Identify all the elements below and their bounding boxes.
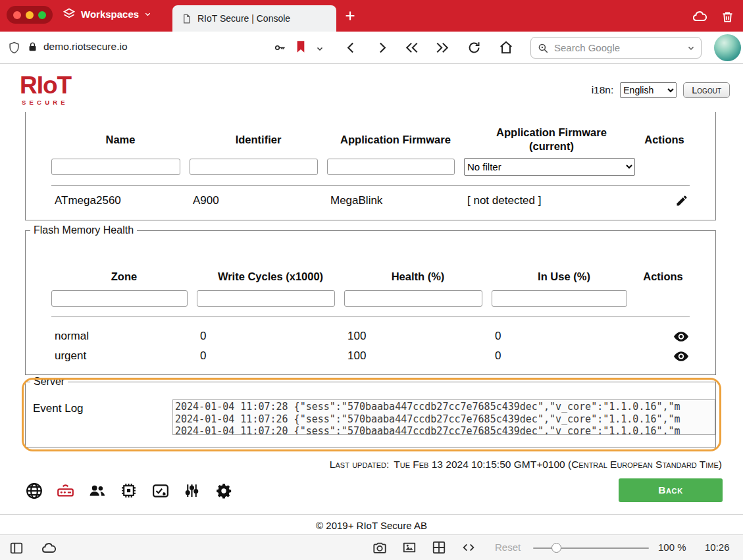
log-line: 2024-01-04 11:07:28 {"sess":"570baaba447… xyxy=(175,401,713,413)
back-button[interactable] xyxy=(344,41,358,55)
zoom-slider[interactable] xyxy=(533,547,649,549)
flash-memory-health-panel: Flash Memory Health Zone Write Cycles (x… xyxy=(25,230,716,375)
zoom-slider-thumb[interactable] xyxy=(551,543,561,553)
users-icon[interactable] xyxy=(88,482,106,499)
table-divider xyxy=(51,317,690,317)
search-icon[interactable] xyxy=(537,42,549,54)
footer-divider xyxy=(0,514,743,515)
forward-button[interactable] xyxy=(375,41,389,55)
column-header: Health (%) xyxy=(344,270,492,283)
lock-icon[interactable] xyxy=(27,41,38,53)
clock: 10:26 xyxy=(705,542,730,553)
language-select[interactable]: English xyxy=(620,82,677,98)
in-use-value: 0 xyxy=(492,349,636,363)
zoom-window-button[interactable] xyxy=(38,11,46,19)
sliders-icon[interactable] xyxy=(183,482,201,499)
eye-icon[interactable] xyxy=(674,332,688,342)
tasks-icon[interactable] xyxy=(151,482,169,499)
modem-icon[interactable] xyxy=(57,482,74,499)
in-use-filter-input[interactable] xyxy=(492,290,627,307)
health-value: 100 xyxy=(344,330,492,343)
tab-riot-secure-console[interactable]: RIoT Secure | Console xyxy=(172,5,336,32)
column-header: Write Cycles (x1000) xyxy=(197,270,344,283)
column-header: Application Firmware (current) xyxy=(484,126,619,154)
fast-forward-button[interactable] xyxy=(434,41,450,55)
in-use-value: 0 xyxy=(492,330,636,343)
write-cycles-value: 0 xyxy=(197,349,344,363)
camera-icon[interactable] xyxy=(372,540,387,555)
globe-icon[interactable] xyxy=(25,482,43,499)
table-row: urgent 0 100 0 xyxy=(51,346,690,366)
logo-title: RIoT xyxy=(20,73,71,97)
chevron-down-icon[interactable] xyxy=(316,45,324,53)
new-tab-button[interactable] xyxy=(343,9,357,23)
module-name: ATmega2560 xyxy=(51,194,190,207)
column-header: Actions xyxy=(636,270,690,283)
status-bar: Reset 100 % 10:26 xyxy=(0,534,743,560)
reset-zoom-button[interactable]: Reset xyxy=(495,542,521,553)
firmware-current-filter-select[interactable]: No filter xyxy=(464,158,635,176)
footer-copyright: © 2019+ RIoT Secure AB xyxy=(0,520,743,531)
address-bar: demo.riotsecure.io xyxy=(0,32,743,64)
shield-icon[interactable] xyxy=(8,41,20,54)
reload-button[interactable] xyxy=(467,41,481,55)
url-field[interactable]: demo.riotsecure.io xyxy=(43,41,128,53)
logo-subtitle: SECURE xyxy=(20,99,71,106)
chevron-down-icon xyxy=(144,11,151,18)
back-button[interactable]: Back xyxy=(619,478,723,502)
tile-icon[interactable] xyxy=(432,540,446,555)
eye-icon[interactable] xyxy=(674,351,688,361)
trash-button[interactable] xyxy=(721,10,734,24)
workspaces-icon xyxy=(63,7,76,20)
profile-avatar[interactable] xyxy=(714,34,741,61)
firmware-filter-input[interactable] xyxy=(327,159,455,175)
event-log-label: Event Log xyxy=(33,402,84,415)
health-filter-input[interactable] xyxy=(344,290,482,307)
module-identifier: A900 xyxy=(190,194,327,207)
page-content: RIoT SECURE i18n: English Logout Name Id… xyxy=(0,64,743,534)
zone-name: normal xyxy=(51,330,197,343)
search-input[interactable] xyxy=(554,42,682,53)
sync-cloud-button[interactable] xyxy=(692,9,707,24)
home-button[interactable] xyxy=(499,40,513,55)
bookmark-icon[interactable] xyxy=(295,40,306,53)
log-line: 2024-01-04 11:07:20 {"sess":"570baaba447… xyxy=(175,425,713,435)
rewind-button[interactable] xyxy=(404,41,420,55)
page-favicon-icon xyxy=(182,14,192,24)
panel-toggle-icon[interactable] xyxy=(9,541,24,555)
workspaces-label: Workspaces xyxy=(81,9,139,20)
code-icon[interactable] xyxy=(461,540,476,555)
module-firmware: MegaBlink xyxy=(327,194,464,207)
identifier-filter-input[interactable] xyxy=(190,159,318,175)
table-row: normal 0 100 0 xyxy=(51,326,690,346)
chip-icon[interactable] xyxy=(120,482,138,499)
i18n-label: i18n: xyxy=(592,84,614,96)
panel-legend: Server xyxy=(30,376,68,388)
workspaces-button[interactable]: Workspaces xyxy=(63,7,151,20)
logout-button[interactable]: Logout xyxy=(683,82,730,98)
zoom-level: 100 % xyxy=(658,542,686,553)
column-header: Zone xyxy=(51,270,197,283)
close-window-button[interactable] xyxy=(13,11,21,19)
write-cycles-filter-input[interactable] xyxy=(197,290,335,307)
image-icon[interactable] xyxy=(402,540,417,555)
minimize-window-button[interactable] xyxy=(26,11,34,19)
chevron-down-icon[interactable] xyxy=(687,44,695,52)
key-icon[interactable] xyxy=(274,41,286,54)
name-filter-input[interactable] xyxy=(51,159,180,175)
cloud-icon[interactable] xyxy=(41,540,57,556)
column-header: Identifier xyxy=(190,134,327,146)
modules-panel: Name Identifier Application Firmware App… xyxy=(25,112,716,220)
write-cycles-value: 0 xyxy=(197,330,344,343)
health-value: 100 xyxy=(344,349,492,363)
last-updated: Last updated:Tue Feb 13 2024 10:15:50 GM… xyxy=(330,459,722,471)
edit-pencil-icon[interactable] xyxy=(675,194,688,207)
riot-secure-logo: RIoT SECURE xyxy=(20,73,71,106)
gear-icon[interactable] xyxy=(215,482,232,499)
event-log-output[interactable]: 2024-01-04 11:07:28 {"sess":"570baaba447… xyxy=(172,399,715,435)
column-header: Actions xyxy=(639,134,690,146)
zone-filter-input[interactable] xyxy=(51,290,188,307)
table-row: ATmega2560 A900 MegaBlink [ not detected… xyxy=(51,186,690,216)
server-panel: Server Event Log 2024-01-04 11:07:28 {"s… xyxy=(25,382,716,447)
search-box xyxy=(530,37,702,59)
